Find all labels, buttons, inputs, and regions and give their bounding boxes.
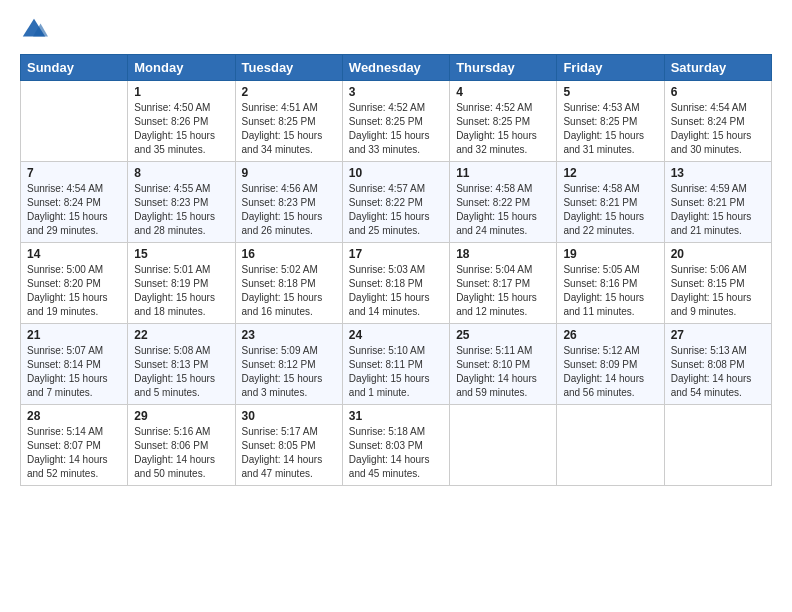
day-cell: 18Sunrise: 5:04 AM Sunset: 8:17 PM Dayli… (450, 243, 557, 324)
day-number: 6 (671, 85, 765, 99)
logo (20, 16, 52, 44)
day-cell: 27Sunrise: 5:13 AM Sunset: 8:08 PM Dayli… (664, 324, 771, 405)
day-info: Sunrise: 4:54 AM Sunset: 8:24 PM Dayligh… (671, 101, 765, 157)
day-cell: 26Sunrise: 5:12 AM Sunset: 8:09 PM Dayli… (557, 324, 664, 405)
day-cell: 14Sunrise: 5:00 AM Sunset: 8:20 PM Dayli… (21, 243, 128, 324)
weekday-header-friday: Friday (557, 55, 664, 81)
day-info: Sunrise: 4:54 AM Sunset: 8:24 PM Dayligh… (27, 182, 121, 238)
day-cell: 24Sunrise: 5:10 AM Sunset: 8:11 PM Dayli… (342, 324, 449, 405)
day-info: Sunrise: 5:08 AM Sunset: 8:13 PM Dayligh… (134, 344, 228, 400)
day-number: 29 (134, 409, 228, 423)
day-info: Sunrise: 5:14 AM Sunset: 8:07 PM Dayligh… (27, 425, 121, 481)
day-number: 17 (349, 247, 443, 261)
day-number: 1 (134, 85, 228, 99)
day-info: Sunrise: 5:12 AM Sunset: 8:09 PM Dayligh… (563, 344, 657, 400)
day-number: 24 (349, 328, 443, 342)
day-info: Sunrise: 4:50 AM Sunset: 8:26 PM Dayligh… (134, 101, 228, 157)
day-cell: 7Sunrise: 4:54 AM Sunset: 8:24 PM Daylig… (21, 162, 128, 243)
day-number: 22 (134, 328, 228, 342)
day-info: Sunrise: 4:51 AM Sunset: 8:25 PM Dayligh… (242, 101, 336, 157)
day-info: Sunrise: 4:55 AM Sunset: 8:23 PM Dayligh… (134, 182, 228, 238)
day-info: Sunrise: 4:56 AM Sunset: 8:23 PM Dayligh… (242, 182, 336, 238)
day-number: 9 (242, 166, 336, 180)
day-number: 26 (563, 328, 657, 342)
day-cell: 1Sunrise: 4:50 AM Sunset: 8:26 PM Daylig… (128, 81, 235, 162)
day-cell: 3Sunrise: 4:52 AM Sunset: 8:25 PM Daylig… (342, 81, 449, 162)
week-row-4: 21Sunrise: 5:07 AM Sunset: 8:14 PM Dayli… (21, 324, 772, 405)
day-info: Sunrise: 5:00 AM Sunset: 8:20 PM Dayligh… (27, 263, 121, 319)
day-cell (21, 81, 128, 162)
day-cell (664, 405, 771, 486)
week-row-5: 28Sunrise: 5:14 AM Sunset: 8:07 PM Dayli… (21, 405, 772, 486)
day-cell: 19Sunrise: 5:05 AM Sunset: 8:16 PM Dayli… (557, 243, 664, 324)
day-number: 5 (563, 85, 657, 99)
day-cell: 13Sunrise: 4:59 AM Sunset: 8:21 PM Dayli… (664, 162, 771, 243)
day-info: Sunrise: 5:04 AM Sunset: 8:17 PM Dayligh… (456, 263, 550, 319)
day-info: Sunrise: 5:02 AM Sunset: 8:18 PM Dayligh… (242, 263, 336, 319)
day-number: 23 (242, 328, 336, 342)
day-cell: 4Sunrise: 4:52 AM Sunset: 8:25 PM Daylig… (450, 81, 557, 162)
day-cell: 20Sunrise: 5:06 AM Sunset: 8:15 PM Dayli… (664, 243, 771, 324)
day-number: 11 (456, 166, 550, 180)
day-info: Sunrise: 4:58 AM Sunset: 8:21 PM Dayligh… (563, 182, 657, 238)
day-number: 2 (242, 85, 336, 99)
weekday-header-row: SundayMondayTuesdayWednesdayThursdayFrid… (21, 55, 772, 81)
weekday-header-sunday: Sunday (21, 55, 128, 81)
day-info: Sunrise: 5:16 AM Sunset: 8:06 PM Dayligh… (134, 425, 228, 481)
day-info: Sunrise: 5:17 AM Sunset: 8:05 PM Dayligh… (242, 425, 336, 481)
day-number: 8 (134, 166, 228, 180)
weekday-header-tuesday: Tuesday (235, 55, 342, 81)
day-cell: 16Sunrise: 5:02 AM Sunset: 8:18 PM Dayli… (235, 243, 342, 324)
day-cell: 30Sunrise: 5:17 AM Sunset: 8:05 PM Dayli… (235, 405, 342, 486)
day-info: Sunrise: 4:57 AM Sunset: 8:22 PM Dayligh… (349, 182, 443, 238)
day-number: 30 (242, 409, 336, 423)
day-info: Sunrise: 5:10 AM Sunset: 8:11 PM Dayligh… (349, 344, 443, 400)
day-number: 18 (456, 247, 550, 261)
day-cell: 28Sunrise: 5:14 AM Sunset: 8:07 PM Dayli… (21, 405, 128, 486)
week-row-3: 14Sunrise: 5:00 AM Sunset: 8:20 PM Dayli… (21, 243, 772, 324)
day-number: 3 (349, 85, 443, 99)
day-info: Sunrise: 5:09 AM Sunset: 8:12 PM Dayligh… (242, 344, 336, 400)
day-info: Sunrise: 5:18 AM Sunset: 8:03 PM Dayligh… (349, 425, 443, 481)
day-cell: 21Sunrise: 5:07 AM Sunset: 8:14 PM Dayli… (21, 324, 128, 405)
day-cell: 5Sunrise: 4:53 AM Sunset: 8:25 PM Daylig… (557, 81, 664, 162)
day-number: 12 (563, 166, 657, 180)
day-cell: 6Sunrise: 4:54 AM Sunset: 8:24 PM Daylig… (664, 81, 771, 162)
logo-icon (20, 16, 48, 44)
day-cell: 15Sunrise: 5:01 AM Sunset: 8:19 PM Dayli… (128, 243, 235, 324)
week-row-1: 1Sunrise: 4:50 AM Sunset: 8:26 PM Daylig… (21, 81, 772, 162)
day-cell: 2Sunrise: 4:51 AM Sunset: 8:25 PM Daylig… (235, 81, 342, 162)
day-info: Sunrise: 4:59 AM Sunset: 8:21 PM Dayligh… (671, 182, 765, 238)
day-info: Sunrise: 4:52 AM Sunset: 8:25 PM Dayligh… (349, 101, 443, 157)
day-number: 20 (671, 247, 765, 261)
day-info: Sunrise: 5:03 AM Sunset: 8:18 PM Dayligh… (349, 263, 443, 319)
day-cell: 31Sunrise: 5:18 AM Sunset: 8:03 PM Dayli… (342, 405, 449, 486)
day-number: 31 (349, 409, 443, 423)
day-number: 15 (134, 247, 228, 261)
weekday-header-saturday: Saturday (664, 55, 771, 81)
day-number: 27 (671, 328, 765, 342)
day-info: Sunrise: 5:07 AM Sunset: 8:14 PM Dayligh… (27, 344, 121, 400)
day-number: 4 (456, 85, 550, 99)
day-info: Sunrise: 4:58 AM Sunset: 8:22 PM Dayligh… (456, 182, 550, 238)
week-row-2: 7Sunrise: 4:54 AM Sunset: 8:24 PM Daylig… (21, 162, 772, 243)
day-info: Sunrise: 5:06 AM Sunset: 8:15 PM Dayligh… (671, 263, 765, 319)
day-number: 14 (27, 247, 121, 261)
weekday-header-wednesday: Wednesday (342, 55, 449, 81)
day-cell: 22Sunrise: 5:08 AM Sunset: 8:13 PM Dayli… (128, 324, 235, 405)
day-cell (557, 405, 664, 486)
day-number: 21 (27, 328, 121, 342)
day-info: Sunrise: 5:11 AM Sunset: 8:10 PM Dayligh… (456, 344, 550, 400)
day-cell: 8Sunrise: 4:55 AM Sunset: 8:23 PM Daylig… (128, 162, 235, 243)
day-info: Sunrise: 4:52 AM Sunset: 8:25 PM Dayligh… (456, 101, 550, 157)
day-number: 19 (563, 247, 657, 261)
day-number: 7 (27, 166, 121, 180)
weekday-header-monday: Monday (128, 55, 235, 81)
day-info: Sunrise: 5:01 AM Sunset: 8:19 PM Dayligh… (134, 263, 228, 319)
weekday-header-thursday: Thursday (450, 55, 557, 81)
day-cell (450, 405, 557, 486)
day-cell: 12Sunrise: 4:58 AM Sunset: 8:21 PM Dayli… (557, 162, 664, 243)
day-cell: 11Sunrise: 4:58 AM Sunset: 8:22 PM Dayli… (450, 162, 557, 243)
header (20, 16, 772, 44)
day-number: 28 (27, 409, 121, 423)
